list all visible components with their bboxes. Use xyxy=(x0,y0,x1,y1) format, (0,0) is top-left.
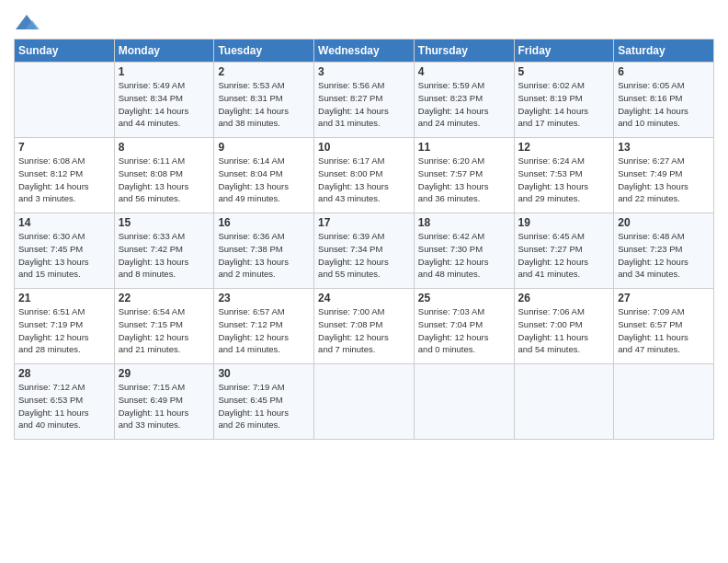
day-info: Sunrise: 7:15 AMSunset: 6:49 PMDaylight:… xyxy=(119,381,210,431)
calendar-cell xyxy=(514,364,614,440)
calendar-cell: 30Sunrise: 7:19 AMSunset: 6:45 PMDayligh… xyxy=(214,364,314,440)
day-info: Sunrise: 6:27 AMSunset: 7:49 PMDaylight:… xyxy=(618,155,710,205)
header-thursday: Thursday xyxy=(414,40,514,63)
header-area xyxy=(14,9,714,33)
day-number: 29 xyxy=(119,367,210,380)
calendar-cell: 5Sunrise: 6:02 AMSunset: 8:19 PMDaylight… xyxy=(514,63,614,138)
header-wednesday: Wednesday xyxy=(314,40,415,63)
calendar-cell: 17Sunrise: 6:39 AMSunset: 7:34 PMDayligh… xyxy=(314,213,415,289)
calendar-cell: 24Sunrise: 7:00 AMSunset: 7:08 PMDayligh… xyxy=(314,289,415,364)
calendar-cell xyxy=(314,364,415,440)
day-info: Sunrise: 6:36 AMSunset: 7:38 PMDaylight:… xyxy=(218,230,310,281)
calendar-cell: 3Sunrise: 5:56 AMSunset: 8:27 PMDaylight… xyxy=(314,63,415,138)
calendar-cell xyxy=(614,364,714,440)
day-info: Sunrise: 6:48 AMSunset: 7:23 PMDaylight:… xyxy=(618,230,710,281)
day-number: 13 xyxy=(618,141,710,154)
header-row: SundayMondayTuesdayWednesdayThursdayFrid… xyxy=(15,40,714,63)
calendar-cell: 18Sunrise: 6:42 AMSunset: 7:30 PMDayligh… xyxy=(414,213,514,289)
calendar-cell: 22Sunrise: 6:54 AMSunset: 7:15 PMDayligh… xyxy=(114,289,214,364)
day-info: Sunrise: 7:12 AMSunset: 6:53 PMDaylight:… xyxy=(18,381,110,431)
day-info: Sunrise: 5:49 AMSunset: 8:34 PMDaylight:… xyxy=(119,79,210,130)
week-row-3: 21Sunrise: 6:51 AMSunset: 7:19 PMDayligh… xyxy=(15,289,714,364)
logo xyxy=(14,13,41,33)
day-number: 30 xyxy=(218,367,310,380)
day-number: 4 xyxy=(418,65,510,78)
day-number: 1 xyxy=(119,65,210,78)
day-info: Sunrise: 6:33 AMSunset: 7:42 PMDaylight:… xyxy=(119,230,210,281)
day-number: 22 xyxy=(119,292,210,304)
day-info: Sunrise: 7:06 AMSunset: 7:00 PMDaylight:… xyxy=(518,305,610,356)
day-number: 2 xyxy=(218,65,310,78)
calendar-cell xyxy=(414,364,514,440)
day-number: 9 xyxy=(218,141,310,154)
day-info: Sunrise: 7:19 AMSunset: 6:45 PMDaylight:… xyxy=(218,381,310,431)
header-friday: Friday xyxy=(514,40,614,63)
day-info: Sunrise: 7:09 AMSunset: 6:57 PMDaylight:… xyxy=(618,305,710,356)
calendar-cell: 16Sunrise: 6:36 AMSunset: 7:38 PMDayligh… xyxy=(214,213,314,289)
calendar-cell: 2Sunrise: 5:53 AMSunset: 8:31 PMDaylight… xyxy=(214,63,314,138)
calendar-cell: 6Sunrise: 6:05 AMSunset: 8:16 PMDaylight… xyxy=(614,63,714,138)
calendar-cell: 29Sunrise: 7:15 AMSunset: 6:49 PMDayligh… xyxy=(114,364,214,440)
day-number: 16 xyxy=(218,216,310,229)
header-sunday: Sunday xyxy=(15,40,115,63)
day-info: Sunrise: 5:53 AMSunset: 8:31 PMDaylight:… xyxy=(218,79,310,130)
day-info: Sunrise: 6:39 AMSunset: 7:34 PMDaylight:… xyxy=(318,230,410,281)
day-number: 10 xyxy=(318,141,410,154)
calendar-cell: 8Sunrise: 6:11 AMSunset: 8:08 PMDaylight… xyxy=(114,138,214,213)
week-row-1: 7Sunrise: 6:08 AMSunset: 8:12 PMDaylight… xyxy=(15,138,714,213)
header-tuesday: Tuesday xyxy=(214,40,314,63)
header-saturday: Saturday xyxy=(614,40,714,63)
day-info: Sunrise: 6:08 AMSunset: 8:12 PMDaylight:… xyxy=(18,155,110,205)
calendar-cell: 21Sunrise: 6:51 AMSunset: 7:19 PMDayligh… xyxy=(15,289,115,364)
day-info: Sunrise: 6:57 AMSunset: 7:12 PMDaylight:… xyxy=(218,305,310,356)
day-number: 14 xyxy=(18,216,110,229)
day-info: Sunrise: 5:59 AMSunset: 8:23 PMDaylight:… xyxy=(418,79,510,130)
day-info: Sunrise: 6:30 AMSunset: 7:45 PMDaylight:… xyxy=(18,230,110,281)
calendar-cell: 4Sunrise: 5:59 AMSunset: 8:23 PMDaylight… xyxy=(414,63,514,138)
main-container: SundayMondayTuesdayWednesdayThursdayFrid… xyxy=(0,0,728,449)
day-number: 25 xyxy=(418,292,510,304)
day-number: 3 xyxy=(318,65,410,78)
calendar-cell: 19Sunrise: 6:45 AMSunset: 7:27 PMDayligh… xyxy=(514,213,614,289)
calendar-cell: 7Sunrise: 6:08 AMSunset: 8:12 PMDaylight… xyxy=(15,138,115,213)
day-number: 7 xyxy=(18,141,110,154)
day-info: Sunrise: 5:56 AMSunset: 8:27 PMDaylight:… xyxy=(318,79,410,130)
calendar-cell: 14Sunrise: 6:30 AMSunset: 7:45 PMDayligh… xyxy=(15,213,115,289)
day-number: 15 xyxy=(119,216,210,229)
calendar-cell xyxy=(15,63,115,138)
calendar-cell: 11Sunrise: 6:20 AMSunset: 7:57 PMDayligh… xyxy=(414,138,514,213)
day-number: 12 xyxy=(518,141,610,154)
day-number: 26 xyxy=(518,292,610,304)
day-number: 28 xyxy=(18,367,110,380)
day-number: 6 xyxy=(618,65,710,78)
logo-icon xyxy=(14,13,40,33)
week-row-2: 14Sunrise: 6:30 AMSunset: 7:45 PMDayligh… xyxy=(15,213,714,289)
day-number: 23 xyxy=(218,292,310,304)
day-info: Sunrise: 6:17 AMSunset: 8:00 PMDaylight:… xyxy=(318,155,410,205)
day-number: 19 xyxy=(518,216,610,229)
day-info: Sunrise: 7:00 AMSunset: 7:08 PMDaylight:… xyxy=(318,305,410,356)
day-number: 8 xyxy=(119,141,210,154)
day-info: Sunrise: 6:14 AMSunset: 8:04 PMDaylight:… xyxy=(218,155,310,205)
day-number: 27 xyxy=(618,292,710,304)
day-number: 21 xyxy=(18,292,110,304)
day-number: 24 xyxy=(318,292,410,304)
calendar-cell: 23Sunrise: 6:57 AMSunset: 7:12 PMDayligh… xyxy=(214,289,314,364)
calendar-cell: 26Sunrise: 7:06 AMSunset: 7:00 PMDayligh… xyxy=(514,289,614,364)
calendar-cell: 9Sunrise: 6:14 AMSunset: 8:04 PMDaylight… xyxy=(214,138,314,213)
day-info: Sunrise: 7:03 AMSunset: 7:04 PMDaylight:… xyxy=(418,305,510,356)
day-number: 17 xyxy=(318,216,410,229)
calendar-cell: 28Sunrise: 7:12 AMSunset: 6:53 PMDayligh… xyxy=(15,364,115,440)
day-info: Sunrise: 6:42 AMSunset: 7:30 PMDaylight:… xyxy=(418,230,510,281)
day-number: 20 xyxy=(618,216,710,229)
day-info: Sunrise: 6:11 AMSunset: 8:08 PMDaylight:… xyxy=(119,155,210,205)
day-number: 18 xyxy=(418,216,510,229)
week-row-0: 1Sunrise: 5:49 AMSunset: 8:34 PMDaylight… xyxy=(15,63,714,138)
day-info: Sunrise: 6:05 AMSunset: 8:16 PMDaylight:… xyxy=(618,79,710,130)
calendar-cell: 1Sunrise: 5:49 AMSunset: 8:34 PMDaylight… xyxy=(114,63,214,138)
calendar-cell: 12Sunrise: 6:24 AMSunset: 7:53 PMDayligh… xyxy=(514,138,614,213)
header-monday: Monday xyxy=(114,40,214,63)
calendar-cell: 10Sunrise: 6:17 AMSunset: 8:00 PMDayligh… xyxy=(314,138,415,213)
calendar-cell: 13Sunrise: 6:27 AMSunset: 7:49 PMDayligh… xyxy=(614,138,714,213)
day-info: Sunrise: 6:45 AMSunset: 7:27 PMDaylight:… xyxy=(518,230,610,281)
